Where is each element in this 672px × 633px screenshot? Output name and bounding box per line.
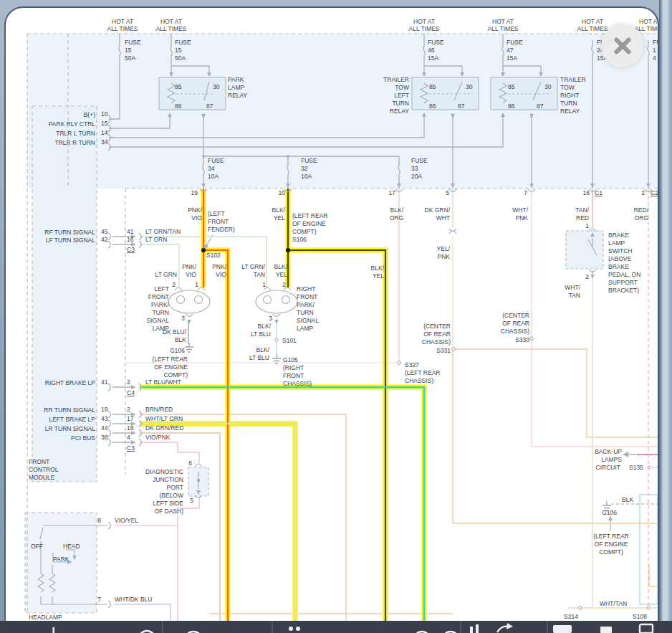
wire-wht-dk-blu <box>115 604 171 621</box>
connector-link[interactable]: C3 <box>127 246 135 253</box>
diagram-label: WHT <box>436 214 450 222</box>
wire-wht-pnk <box>532 189 658 447</box>
diagram-label: BRAKE <box>608 263 629 270</box>
diagram-label: 10 <box>101 110 108 118</box>
diagram-label: S108 <box>633 613 647 620</box>
diagram-label: PNK/ <box>212 263 226 270</box>
diagram-label: BRN/RED <box>145 406 173 413</box>
diagram-label: FUSE <box>301 157 317 164</box>
diagram-label: OF ENGINE <box>595 541 628 548</box>
diagram-label: PORT <box>167 484 183 491</box>
diagram-label: LEFT SIDE <box>153 500 183 507</box>
toolbar-icon-share[interactable] <box>497 623 513 632</box>
diagram-label: 10 <box>279 189 286 196</box>
brake-lamp-switch-box <box>566 231 603 269</box>
diagram-label: (LEFT REAR <box>292 212 327 219</box>
splice-s331 <box>452 348 456 351</box>
diagram-label: 45 <box>101 228 108 235</box>
connector-link[interactable]: C4 <box>127 389 135 396</box>
diagram-label: FRONT <box>148 293 169 300</box>
diagram-label: CONTROL <box>29 466 59 473</box>
diagram-label: 16 <box>583 189 590 196</box>
diagram-label: CHASSIS) <box>422 338 451 346</box>
diagram-label: 30 <box>544 83 552 90</box>
diagram-label: LF TURN SIGNAL <box>46 237 96 244</box>
diagram-label: WHT/TAN <box>600 600 627 607</box>
diagram-label: PNK <box>438 253 451 260</box>
diagram-label: 50A <box>125 54 135 62</box>
splice-s108 <box>647 606 650 609</box>
diagram-label: RED/ <box>634 206 649 214</box>
diagram-label: 86 <box>175 103 182 110</box>
diagram-label: 18 <box>127 424 134 432</box>
diagram-label: 86 <box>429 103 436 110</box>
module-boxes <box>25 34 658 614</box>
diagram-label: VIO <box>191 214 202 222</box>
diagram-label: (BELOW <box>159 492 183 499</box>
diagram-label: (CENTER <box>423 323 451 330</box>
connector-link[interactable]: C3 <box>127 444 135 452</box>
diagram-label: FUSE <box>175 39 191 46</box>
diagram-label: TRLR L TURN <box>56 130 95 137</box>
diagram-label: PNK/ <box>182 263 196 270</box>
diagram-label: YEL <box>276 271 287 278</box>
diagram-label: 15 <box>125 47 132 54</box>
diagram-label: 50A <box>175 54 186 62</box>
diagram-label: 7 <box>524 189 527 196</box>
diagram-label: MODULE <box>29 474 55 481</box>
close-button[interactable] <box>601 24 644 67</box>
diagram-label: (LEFT REAR <box>153 356 188 363</box>
diagram-label: FRONT <box>208 218 229 225</box>
diagram-label: TURN <box>152 309 169 316</box>
diagram-label: (CENTER <box>502 312 529 319</box>
toolbar-icon-window2[interactable] <box>600 627 612 633</box>
diagram-label: 16 <box>127 236 134 243</box>
diagram-label: 10A <box>301 173 312 180</box>
diagram-label: 14 <box>101 129 108 136</box>
toolbar-icon-cursor[interactable] <box>53 627 55 633</box>
connector-link[interactable]: C2 <box>651 189 658 196</box>
diagram-label: BRACKET) <box>608 287 639 294</box>
diagram-label: 2 <box>282 281 286 288</box>
diagram-label: YEL <box>274 214 285 222</box>
diagram-label: COMPT) <box>163 371 188 379</box>
toolbar-icon-window3[interactable] <box>640 624 653 633</box>
diagram-label: BLK <box>622 496 633 503</box>
diagram-label: SWITCH <box>608 247 633 254</box>
diagram-label: 3 <box>181 315 185 322</box>
bottom-toolbar[interactable] <box>0 621 672 633</box>
diagram-label: 2 <box>641 189 645 196</box>
left-front-park-turn-lamp <box>168 290 210 313</box>
diagram-label: TOW <box>560 84 575 91</box>
right-front-park-turn-lamp <box>256 290 297 313</box>
toolbar-icon-dots[interactable] <box>289 627 300 631</box>
diagram-label: OF REAR <box>502 320 529 327</box>
diagram-label: FENDER) <box>208 226 235 233</box>
diagram-label: LAMP <box>297 325 313 332</box>
diagram-label: FUSE <box>653 39 669 46</box>
diagram-label: LT GRN/ <box>241 263 265 270</box>
diagram-label: LEFT BRAKE LP <box>49 416 95 423</box>
diagram-label: COMPT) <box>599 548 623 556</box>
toolbar-icon-chart[interactable] <box>470 624 479 633</box>
diagram-label: PARK/ <box>151 301 170 308</box>
diagram-label: ALL TIMES <box>107 25 138 32</box>
diagram-label: RELAY <box>228 92 248 99</box>
diagram-label: BLK/ <box>272 206 286 214</box>
connector-link[interactable]: C1 <box>595 189 603 196</box>
diagram-label: 30 <box>466 83 473 90</box>
diagram-label: ORG <box>390 214 403 222</box>
diagram-label: FRONT <box>297 293 317 300</box>
toolbar-icon-window1[interactable] <box>553 625 572 633</box>
diagram-label: PNK/ <box>188 206 202 214</box>
diagram-label: CHASSIS) <box>501 328 529 335</box>
diagram-label: FUSE <box>507 39 523 46</box>
diagram-label: SUPPORT <box>608 279 638 286</box>
diagram-label: DIAGNOSTIC <box>145 468 183 475</box>
diagram-label: RIGHT <box>560 92 579 99</box>
diagram-label: 34 <box>208 165 215 172</box>
diagram-label: 43 <box>101 415 108 422</box>
diagram-label: 15 <box>101 120 108 127</box>
diagram-label: SIGNAL <box>297 317 319 324</box>
diagram-label: 5 <box>190 497 193 504</box>
